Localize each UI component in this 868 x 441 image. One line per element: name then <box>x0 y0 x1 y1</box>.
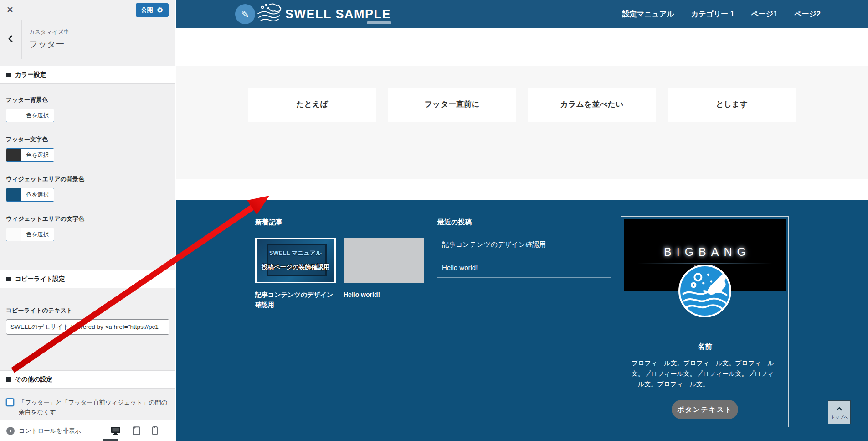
widget-area-bg-color-control: ウィジェットエリアの背景色 色を選択 <box>6 175 169 203</box>
section-title: その他の設定 <box>15 375 52 384</box>
post-link-1[interactable]: 記事コンテンツのデザイン確認用 <box>255 290 336 310</box>
copyright-text-label: コピーライトのテキスト <box>6 306 169 315</box>
control-label: ウィジェットエリアの文字色 <box>6 215 169 223</box>
post-thumbnail-2[interactable] <box>344 238 424 283</box>
select-color-label: 色を選択 <box>21 109 54 122</box>
post-thumbnail-1[interactable]: SWELL マニュアル 投稿ページの装飾確認用 <box>255 238 336 283</box>
avatar <box>678 265 731 317</box>
footer-bg-color-control: フッター背景色 色を選択 <box>6 96 169 124</box>
copyright-settings-body: コピーライトのテキスト <box>0 306 175 370</box>
site-header: ✎ SWELL SAMPLE 設定マニュアル <box>176 0 868 28</box>
desktop-preview-button[interactable] <box>111 426 121 435</box>
new-posts-widget: 新着記事 SWELL マニュアル 投稿ページの装飾確認用 記事コンテンツのデザイ… <box>255 218 429 310</box>
gear-icon[interactable]: ⚙ <box>157 6 163 13</box>
profile-widget: BIGBANG Produced by PS11 名前 <box>621 216 789 427</box>
color-swatch[interactable] <box>6 149 21 161</box>
checkbox-row-remove-margin: 「フッター」と「フッター直前ウィジェット」の間の余白をなくす <box>6 398 169 417</box>
desktop-icon <box>111 430 121 436</box>
section-square-icon <box>6 377 11 382</box>
color-swatch[interactable] <box>6 228 21 241</box>
section-square-icon <box>6 277 11 281</box>
logo-tagline <box>367 21 391 24</box>
color-picker-button[interactable]: 色を選択 <box>6 109 54 122</box>
publish-label: 公開 <box>141 6 153 14</box>
widget-title: 新着記事 <box>255 218 429 227</box>
nav-item-page1[interactable]: ページ1 <box>751 10 778 19</box>
nav-item-category1[interactable]: カテゴリー 1 <box>691 10 734 19</box>
collapse-arrow-icon[interactable] <box>6 427 15 435</box>
nav-item-page2[interactable]: ページ2 <box>794 10 821 19</box>
to-top-label: トップへ <box>831 414 848 420</box>
color-picker-button[interactable]: 色を選択 <box>6 188 54 202</box>
recent-post-link-2[interactable]: Hello world! <box>437 255 611 278</box>
section-other-settings[interactable]: その他の設定 <box>0 370 175 389</box>
color-settings-body: フッター背景色 色を選択 フッター文字色 色を選択 ウィジェットエリアの背景色 … <box>0 96 175 270</box>
footer-top-spacing <box>176 179 868 200</box>
profile-button[interactable]: ボタンテキスト <box>672 400 738 419</box>
section-title: コピーライト設定 <box>15 275 65 283</box>
color-picker-button[interactable]: 色を選択 <box>6 228 54 241</box>
hide-controls-button[interactable]: コントロールを非表示 <box>19 427 81 435</box>
copyright-text-input[interactable] <box>6 319 169 335</box>
color-swatch[interactable] <box>6 188 21 201</box>
site-preview: ✎ SWELL SAMPLE 設定マニュアル <box>176 0 868 441</box>
widget-box-4: とします <box>668 88 796 122</box>
mobile-preview-button[interactable] <box>152 426 158 435</box>
wave-logo-icon <box>256 3 282 26</box>
post-link-2[interactable]: Hello world! <box>344 290 424 310</box>
section-title: カラー設定 <box>15 71 46 79</box>
back-button[interactable] <box>0 20 22 59</box>
site-nav: 設定マニュアル カテゴリー 1 ページ1 ページ2 <box>622 10 821 19</box>
widget-area-text-color-control: ウィジェットエリアの文字色 色を選択 <box>6 215 169 243</box>
active-device-indicator <box>103 439 118 441</box>
checkbox-label[interactable]: 「フッター」と「フッター直前ウィジェット」の間の余白をなくす <box>19 398 169 417</box>
panel-header: カスタマイズ中 フッター <box>0 20 175 59</box>
thumbnail-title-line2: 投稿ページの装飾確認用 <box>257 263 334 271</box>
nav-item-manual[interactable]: 設定マニュアル <box>622 10 674 19</box>
banner-title: BIGBANG <box>624 245 786 259</box>
site-footer: 新着記事 SWELL マニュアル 投稿ページの装飾確認用 記事コンテンツのデザイ… <box>176 200 868 441</box>
remove-margin-checkbox[interactable] <box>6 398 14 406</box>
customizer-sidebar: ✕ 公開 ⚙ カスタマイズ中 フッター カラー設定 <box>0 0 175 441</box>
control-label: ウィジェットエリアの背景色 <box>6 175 169 183</box>
site-logo[interactable]: ✎ SWELL SAMPLE <box>235 3 391 26</box>
close-customizer-button[interactable]: ✕ <box>0 0 20 20</box>
select-color-label: 色を選択 <box>21 228 54 241</box>
color-swatch[interactable] <box>6 109 21 122</box>
tablet-icon <box>133 430 140 436</box>
to-top-button[interactable]: トップへ <box>828 400 851 424</box>
site-title: SWELL SAMPLE <box>285 7 391 21</box>
recent-posts-widget: 最近の投稿 記事コンテンツのデザイン確認用 Hello world! <box>437 218 611 278</box>
widget-box-2: フッター直前に <box>388 88 516 122</box>
recent-post-link-1[interactable]: 記事コンテンツのデザイン確認用 <box>437 232 611 255</box>
select-color-label: 色を選択 <box>21 149 54 161</box>
pencil-badge-icon: ✎ <box>235 4 255 24</box>
profile-name: 名前 <box>624 342 786 352</box>
widget-box-1: たとえば <box>248 88 376 122</box>
panel-title: フッター <box>29 38 69 50</box>
section-square-icon <box>6 73 11 77</box>
customizer-topbar: ✕ 公開 ⚙ <box>0 0 175 20</box>
mobile-icon <box>152 430 158 436</box>
wordpress-customizer-page: ✕ 公開 ⚙ カスタマイズ中 フッター カラー設定 <box>0 0 868 441</box>
section-copyright-settings[interactable]: コピーライト設定 <box>0 270 175 288</box>
chevron-up-icon <box>836 405 842 413</box>
pencil-icon: ✎ <box>241 10 249 19</box>
footer-text-color-control: フッター文字色 色を選択 <box>6 135 169 163</box>
control-label: フッター背景色 <box>6 96 169 104</box>
publish-button[interactable]: 公開 ⚙ <box>136 3 169 17</box>
profile-bio: プロフィール文。プロフィール文。プロフィール文。プロフィール文。プロフィール文。… <box>632 358 778 389</box>
customizing-label: カスタマイズ中 <box>29 28 69 36</box>
before-footer-widget-area: たとえば フッター直前に カラムを並べたい とします <box>176 66 868 179</box>
customizer-bottom-bar: コントロールを非表示 <box>0 420 175 441</box>
select-color-label: 色を選択 <box>21 188 54 201</box>
control-label: フッター文字色 <box>6 135 169 144</box>
tablet-preview-button[interactable] <box>133 426 140 435</box>
color-picker-button[interactable]: 色を選択 <box>6 148 54 162</box>
widget-title: 最近の投稿 <box>437 218 611 227</box>
widget-box-3: カラムを並べたい <box>528 88 656 122</box>
thumbnail-title-line1: SWELL マニュアル <box>257 249 334 257</box>
chevron-left-icon <box>8 35 13 44</box>
section-color-settings[interactable]: カラー設定 <box>0 66 175 84</box>
